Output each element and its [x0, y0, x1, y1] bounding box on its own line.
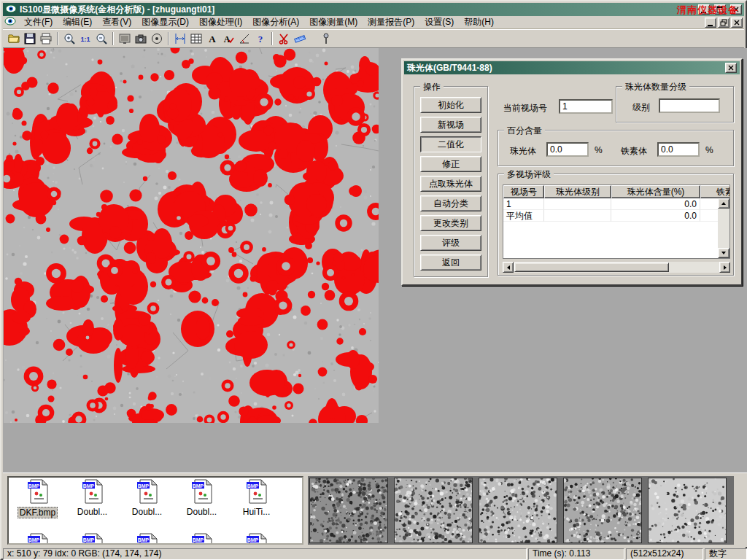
grade-input[interactable] — [659, 98, 720, 113]
thumbnail-image-2[interactable] — [394, 478, 473, 543]
file-item[interactable]: BMPHuiTi... — [229, 479, 284, 518]
ruler-icon[interactable] — [292, 31, 308, 47]
table-body: 10.0平均值0.0 — [503, 198, 718, 258]
menu-view[interactable]: 查看(V) — [97, 15, 136, 29]
file-item[interactable]: BMPDoubl... — [65, 479, 120, 518]
capture-icon[interactable] — [149, 31, 165, 47]
dialog-close-button[interactable] — [725, 63, 737, 73]
cut-icon[interactable] — [276, 31, 292, 47]
save-icon[interactable] — [22, 31, 38, 47]
toolbar: 1:1AA? — [3, 29, 744, 48]
angle-icon[interactable] — [236, 31, 252, 47]
file-item-partial[interactable]: BMP — [229, 533, 284, 545]
print-icon[interactable] — [38, 31, 54, 47]
table-header-3[interactable]: 珠光体含量(%) — [611, 185, 700, 198]
scrollbar-thumb[interactable] — [514, 262, 669, 272]
grade-group: 珠光体数量分级 级别 — [616, 86, 734, 122]
bmp-file-icon: BMP — [191, 479, 213, 506]
thumbnail-image-3[interactable] — [479, 478, 557, 543]
op-button-1[interactable]: 初始化 — [420, 97, 481, 113]
file-name: DKF.bmp — [18, 507, 58, 518]
scroll-right-button[interactable] — [719, 262, 730, 273]
menu-measure-report[interactable]: 测量报告(P) — [363, 15, 419, 29]
file-item[interactable]: BMPDoubl... — [174, 479, 229, 518]
table-row[interactable]: 10.0 — [503, 198, 718, 210]
child-close-button[interactable] — [731, 18, 743, 28]
thumbnail-strip — [308, 476, 734, 545]
percent-legend: 百分含量 — [504, 125, 545, 137]
file-item-partial[interactable]: BMP — [120, 533, 174, 545]
file-item-partial[interactable]: BMP — [174, 533, 229, 545]
ferrite-percent-input[interactable] — [657, 142, 700, 157]
menu-settings[interactable]: 设置(S) — [419, 15, 459, 29]
scroll-down-button[interactable] — [718, 248, 729, 258]
op-button-7[interactable]: 更改类别 — [420, 215, 481, 231]
thumbnail-image-5[interactable] — [648, 478, 727, 543]
op-button-6[interactable]: 自动分类 — [420, 195, 481, 211]
thumbnail-image-4[interactable] — [563, 478, 642, 543]
file-item-partial[interactable]: BMP — [65, 533, 120, 545]
menu-image-analysis[interactable]: 图像分析(A) — [247, 15, 304, 29]
close-button[interactable] — [730, 4, 742, 15]
toolbar-separator — [112, 32, 114, 45]
menu-image-measure[interactable]: 图像测量(M) — [304, 15, 363, 29]
table-row[interactable]: 平均值0.0 — [503, 210, 718, 222]
zoom-in-icon[interactable] — [61, 31, 77, 47]
op-button-5[interactable]: 点取珠光体 — [420, 176, 481, 192]
zoom-out-icon[interactable] — [93, 31, 109, 47]
maximize-button[interactable] — [714, 4, 726, 15]
document-icon[interactable] — [4, 16, 16, 28]
menu-help[interactable]: 帮助(H) — [459, 15, 499, 29]
file-item[interactable]: BMPDoubl... — [120, 479, 174, 518]
table-header-4[interactable]: 铁素体 — [700, 185, 729, 198]
scroll-up-button[interactable] — [718, 198, 729, 209]
file-name: Doubl... — [76, 507, 109, 517]
op-button-4[interactable]: 修正 — [420, 156, 481, 172]
menu-file[interactable]: 文件(F) — [19, 15, 58, 29]
title-bar[interactable]: IS100显微摄像系统(金相分析版) - [zhuguangti01] — [3, 3, 744, 16]
menu-image-display[interactable]: 图像显示(D) — [136, 15, 194, 29]
bmp-file-icon: BMP — [136, 479, 158, 506]
status-time: Time (s): 0.113 — [528, 548, 624, 560]
op-button-3[interactable]: 二值化 — [420, 136, 481, 152]
dialog-title-bar[interactable]: 珠光体(GB/T9441-88) — [404, 61, 740, 74]
table-cell — [544, 210, 611, 222]
caliper-icon[interactable] — [172, 31, 188, 47]
menu-image-process[interactable]: 图像处理(I) — [194, 15, 247, 29]
pearlite-percent-input[interactable] — [546, 142, 589, 157]
child-restore-button[interactable] — [718, 18, 729, 28]
ferrite-label: 铁素体 — [621, 145, 647, 158]
menu-edit[interactable]: 编辑(E) — [58, 15, 97, 29]
help-icon[interactable]: ? — [252, 31, 268, 47]
table-cell: 平均值 — [503, 210, 544, 222]
svg-text:BMP: BMP — [137, 483, 149, 489]
table-header-1[interactable]: 视场号 — [503, 185, 544, 198]
pearlite-dialog: 珠光体(GB/T9441-88) 操作 初始化新视场二值化修正点取珠光体自动分类… — [401, 58, 743, 286]
actual-size-icon[interactable]: 1:1 — [77, 31, 93, 47]
display-icon[interactable] — [117, 31, 133, 47]
svg-text:BMP: BMP — [247, 537, 258, 542]
op-button-2[interactable]: 新视场 — [420, 117, 481, 133]
thumbnail-image-1[interactable] — [309, 478, 388, 543]
scroll-left-button[interactable] — [503, 262, 514, 273]
table-vertical-scrollbar[interactable] — [718, 198, 729, 258]
label-a-check-icon[interactable]: A — [220, 31, 236, 47]
grid-icon[interactable] — [188, 31, 204, 47]
open-icon[interactable] — [6, 31, 22, 47]
op-button-8[interactable]: 评级 — [420, 235, 481, 251]
file-item-partial[interactable]: BMP — [10, 533, 65, 545]
camera-icon[interactable] — [133, 31, 149, 47]
current-field-input[interactable] — [559, 99, 613, 114]
specimen-image[interactable] — [4, 48, 379, 423]
minimize-button[interactable] — [698, 4, 710, 15]
file-item[interactable]: BMPDKF.bmp — [10, 479, 65, 518]
op-button-9[interactable]: 返回 — [420, 254, 481, 271]
table-cell: 0.0 — [611, 198, 700, 210]
table-header-row: 视场号珠光体级别珠光体含量(%)铁素体 — [503, 185, 729, 198]
child-minimize-button[interactable] — [705, 18, 716, 28]
probe-icon[interactable] — [318, 31, 334, 47]
table-horizontal-scrollbar[interactable] — [503, 262, 730, 273]
pearlite-label: 珠光体 — [510, 145, 536, 158]
table-header-2[interactable]: 珠光体级别 — [544, 185, 611, 198]
label-a-icon[interactable]: A — [204, 31, 220, 47]
